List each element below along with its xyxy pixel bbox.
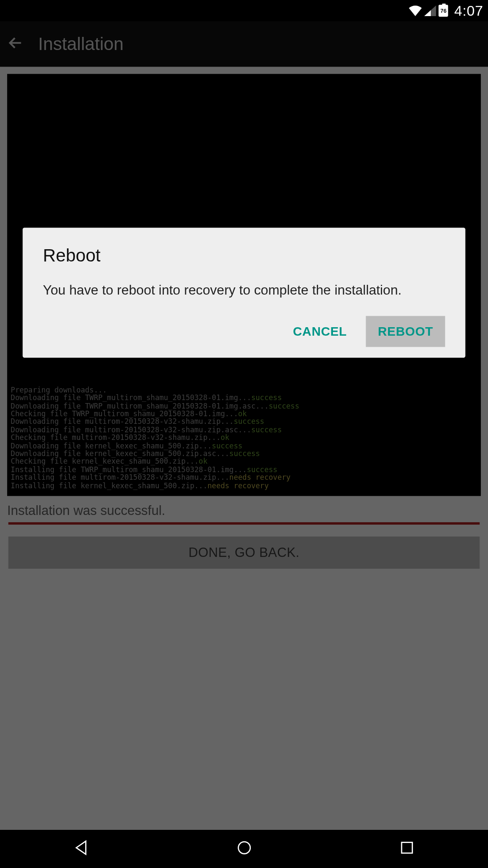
modal-scrim <box>0 22 488 830</box>
svg-rect-1 <box>401 843 412 853</box>
status-bar: 76 4:07 <box>0 0 488 22</box>
screen: 76 4:07 Installation Preparing downloads… <box>0 0 488 868</box>
wifi-icon <box>409 6 422 16</box>
clock: 4:07 <box>454 3 483 19</box>
nav-recent-icon[interactable] <box>398 839 416 859</box>
reboot-button[interactable]: REBOOT <box>366 316 445 347</box>
battery-level: 76 <box>441 8 446 14</box>
nav-back-icon[interactable] <box>72 839 90 859</box>
battery-icon: 76 <box>439 5 449 17</box>
nav-home-icon[interactable] <box>235 839 253 859</box>
reboot-dialog: Reboot You have to reboot into recovery … <box>22 228 465 358</box>
dialog-message: You have to reboot into recovery to comp… <box>43 281 445 299</box>
cancel-button[interactable]: CANCEL <box>281 316 359 347</box>
svg-point-0 <box>238 842 250 854</box>
navigation-bar <box>0 830 488 868</box>
cell-signal-icon <box>424 6 436 16</box>
dialog-title: Reboot <box>43 246 445 266</box>
dialog-actions: CANCEL REBOOT <box>43 316 445 347</box>
